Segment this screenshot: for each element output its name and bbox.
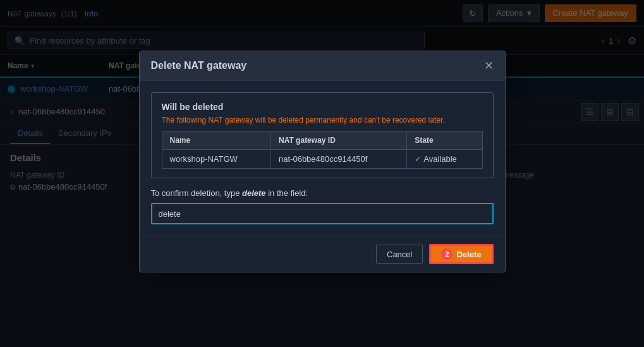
confirm-label: To confirm deletion, type delete in the … <box>151 188 494 198</box>
modal-overlay: Delete NAT gateway ✕ Will be deleted The… <box>0 0 644 347</box>
inner-cell-state: ✓ Available <box>407 150 482 169</box>
modal-body: Will be deleted The following NAT gatewa… <box>140 81 505 236</box>
modal-header: Delete NAT gateway ✕ <box>140 51 505 81</box>
inner-state-icon: ✓ <box>415 154 423 164</box>
warning-description: The following NAT gateway will be delete… <box>162 116 483 125</box>
inner-col-name: Name <box>162 131 271 150</box>
delete-modal: Delete NAT gateway ✕ Will be deleted The… <box>139 51 506 272</box>
delete-step-badge: 2 <box>441 248 453 260</box>
delete-label: Delete <box>456 250 481 259</box>
inner-col-id: NAT gateway ID <box>271 131 407 150</box>
cancel-button[interactable]: Cancel <box>376 245 423 264</box>
inner-table-row: workshop-NATGW nat-06bbe480cc914450f ✓ A… <box>162 150 482 169</box>
confirm-input[interactable] <box>151 203 494 224</box>
warning-title: Will be deleted <box>162 102 483 112</box>
modal-title: Delete NAT gateway <box>151 60 247 71</box>
inner-cell-name: workshop-NATGW <box>162 150 271 169</box>
warning-box: Will be deleted The following NAT gatewa… <box>151 92 494 178</box>
modal-close-button[interactable]: ✕ <box>484 60 494 71</box>
inner-cell-id: nat-06bbe480cc914450f <box>271 150 407 169</box>
inner-col-state: State <box>407 131 482 150</box>
modal-footer: Cancel 2 Delete <box>140 236 505 272</box>
delete-button[interactable]: 2 Delete <box>429 244 493 264</box>
inner-table: Name NAT gateway ID State workshop-NATGW… <box>162 131 483 169</box>
